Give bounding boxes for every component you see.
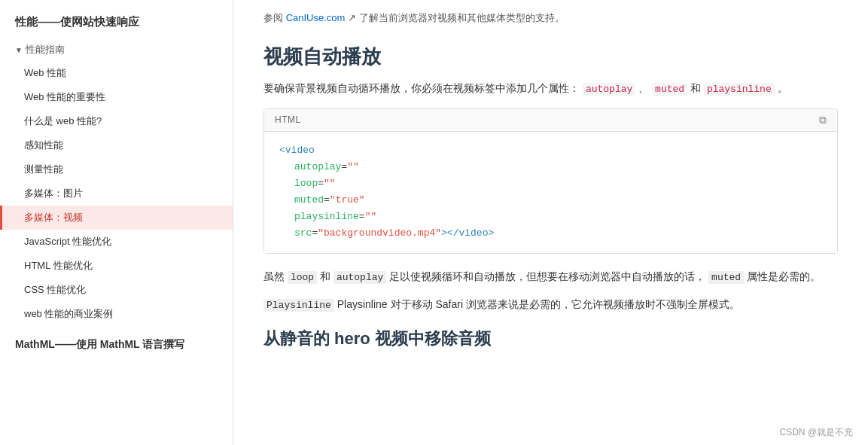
code-block-wrapper: HTML ⧉ <video autoplay="" loop="" muted=… [263,108,838,254]
code-close-tag: ></video> [441,227,494,239]
sidebar-item-6[interactable]: 多媒体：视频 [0,206,233,230]
sidebar-item-9[interactable]: CSS 性能优化 [0,278,233,302]
sidebar-item-7[interactable]: JavaScript 性能优化 [0,230,233,254]
sidebar-item-8[interactable]: HTML 性能优化 [0,254,233,278]
code-line-loop: loop="" [279,175,822,192]
note1-suffix: 属性是必需的。 [747,270,821,282]
sep3: 。 [778,82,788,94]
code-line-muted: muted="true" [279,192,822,209]
note1-autoplay: autoplay [333,271,386,284]
external-link-icon: ↗ [348,12,359,23]
sep2: 和 [690,82,704,94]
code-val-playsinline: "" [365,211,377,222]
code-block-header: HTML ⧉ [264,109,837,132]
note1-muted: muted [708,271,744,284]
note2: Playsinline Playsinline 对于移动 Safari 浏览器来… [263,295,838,314]
code-lang-label: HTML [275,114,301,125]
code-line-video: <video [279,142,822,159]
note1-prefix: 虽然 [263,270,288,282]
section1-description: 要确保背景视频自动循环播放，你必须在视频标签中添加几个属性： autoplay … [263,79,838,98]
sidebar-item-4[interactable]: 测量性能 [0,157,233,181]
caniuse-link[interactable]: CanIUse.com [286,12,346,23]
code-eq3: = [324,194,330,206]
note1: 虽然 loop 和 autoplay 足以使视频循环和自动播放，但想要在移动浏览… [263,267,838,286]
sidebar-item-3[interactable]: 感知性能 [0,133,233,157]
attr-autoplay: autoplay [583,83,635,96]
sidebar-item-10[interactable]: web 性能的商业案例 [0,302,233,326]
sidebar: 性能——使网站快速响应 ▼ 性能指南 Web 性能Web 性能的重要性什么是 w… [0,0,233,445]
code-attr-loop: loop [294,178,318,189]
sep1: 、 [638,82,652,94]
sidebar-item-2[interactable]: 什么是 web 性能? [0,109,233,133]
attr-playsinline: playsinline [704,83,775,96]
sidebar-title: 性能——使网站快速响应 [0,9,233,38]
note2-text: Playsinline 对于移动 Safari 浏览器来说是必需的，它允许视频播… [337,298,740,310]
code-line-playsinline: playsinline="" [279,209,822,225]
watermark: CSDN @就是不充 [779,426,853,439]
top-text-prefix: 参阅 [263,12,283,23]
sidebar-group-title: MathML——使用 MathML 语言撰写 [0,331,233,356]
code-attr-autoplay: autoplay [294,161,341,172]
code-attr-src: src [294,227,312,239]
sidebar-section-label: 性能指南 [26,43,65,56]
code-val-loop: "" [324,178,336,189]
copy-icon[interactable]: ⧉ [819,114,827,126]
code-val-autoplay: "" [347,161,359,172]
section1-desc-text: 要确保背景视频自动循环播放，你必须在视频标签中添加几个属性： [263,82,580,94]
top-text-suffix: 了解当前浏览器对视频和其他媒体类型的支持。 [359,12,565,23]
note1-and: 和 [320,270,333,282]
top-link-section: 参阅 CanIUse.com ↗ 了解当前浏览器对视频和其他媒体类型的支持。 [263,0,838,34]
code-val-src: "backgroundvideo.mp4" [318,227,441,239]
code-line-autoplay: autoplay="" [279,159,822,175]
section2-title: 从静音的 hero 视频中移除音频 [263,328,838,350]
code-attr-playsinline: playsinline [294,211,359,222]
attr-muted: muted [652,83,687,96]
note2-playsinline: Playsinline [263,299,334,312]
note1-middle: 足以使视频循环和自动播放，但想要在移动浏览器中自动播放的话， [389,270,705,282]
section1-title: 视频自动播放 [263,44,838,70]
main-content: 参阅 CanIUse.com ↗ 了解当前浏览器对视频和其他媒体类型的支持。 视… [233,0,868,445]
sidebar-item-1[interactable]: Web 性能的重要性 [0,85,233,109]
code-attr-muted: muted [294,194,324,206]
code-eq2: = [318,178,324,189]
note1-loop: loop [288,271,317,284]
collapse-arrow-icon: ▼ [15,46,23,54]
code-line-src: src="backgroundvideo.mp4"></video> [279,225,822,242]
code-val-muted: "true" [330,194,365,206]
code-block: <video autoplay="" loop="" muted="true" … [264,132,837,253]
sidebar-item-5[interactable]: 多媒体：图片 [0,181,233,206]
code-eq4: = [359,211,365,222]
sidebar-items-list: Web 性能Web 性能的重要性什么是 web 性能?感知性能测量性能多媒体：图… [0,61,233,326]
sidebar-section-header[interactable]: ▼ 性能指南 [0,38,233,61]
sidebar-item-0[interactable]: Web 性能 [0,61,233,85]
